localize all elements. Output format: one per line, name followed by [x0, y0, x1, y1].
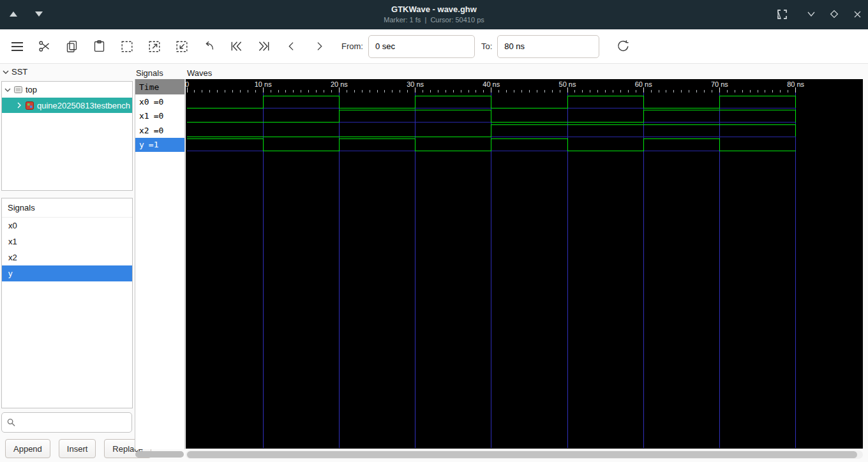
reload-icon	[616, 39, 631, 54]
cut-button[interactable]	[31, 33, 58, 60]
insert-button[interactable]: Insert	[59, 439, 96, 458]
svg-text:20 ns: 20 ns	[331, 80, 348, 88]
pan-down-button[interactable]	[33, 8, 45, 20]
tree-item-testbench[interactable]: quine20250813testbench	[2, 98, 132, 113]
chevron-left-icon	[285, 40, 298, 53]
paste-icon	[93, 40, 106, 53]
expander-down-icon[interactable]	[4, 87, 11, 93]
signals-list-item-x0[interactable]: x0	[2, 218, 132, 234]
zoom-in-button[interactable]	[140, 33, 168, 60]
skip-to-end-button[interactable]	[250, 33, 278, 60]
wave-names-rows: x0=0x1=0x2=0y=1	[135, 94, 184, 152]
zoom-out-icon	[175, 40, 189, 54]
headerbar: GTKWave - wave.ghw Marker: 1 fs | Cursor…	[0, 0, 868, 29]
close-icon	[853, 10, 862, 19]
wave-names-column: Time x0=0x1=0x2=0y=1	[135, 79, 185, 449]
chevron-right-icon	[313, 40, 326, 53]
arrow-up-icon	[10, 11, 17, 17]
svg-text:0: 0	[186, 80, 189, 88]
svg-text:10 ns: 10 ns	[255, 80, 272, 88]
svg-text:80 ns: 80 ns	[787, 80, 804, 88]
signal-search-input[interactable]	[19, 414, 131, 431]
append-button[interactable]: Append	[5, 439, 50, 458]
wave-scrollbar-thumb[interactable]	[187, 451, 857, 458]
module-icon	[25, 101, 34, 110]
scissors-icon	[38, 40, 51, 53]
search-icon	[7, 418, 15, 427]
signals-list: x0x1x2y	[2, 218, 132, 281]
signal-search-box	[1, 412, 132, 433]
names-horizontal-scrollbar[interactable]	[135, 451, 184, 458]
marker-cursor-status: Marker: 1 fs | Cursor: 50410 ps	[191, 16, 677, 24]
zoom-full-button[interactable]	[113, 33, 140, 60]
svg-text:30 ns: 30 ns	[407, 80, 424, 88]
menu-button[interactable]	[3, 33, 31, 60]
svg-text:60 ns: 60 ns	[635, 80, 652, 88]
svg-text:50 ns: 50 ns	[559, 80, 576, 88]
from-input[interactable]	[368, 35, 475, 58]
paste-button[interactable]	[86, 33, 113, 60]
zoom-full-icon	[120, 40, 134, 54]
expander-right-icon[interactable]	[16, 102, 22, 108]
fit-to-window-button[interactable]	[776, 8, 788, 20]
signals-list-item-y[interactable]: y	[2, 265, 132, 281]
fit-to-window-icon	[777, 9, 788, 20]
window-title: GTKWave - wave.ghw	[191, 4, 677, 14]
chevron-down-icon	[807, 11, 816, 17]
skip-to-start-icon	[229, 40, 244, 53]
wave-horizontal-scrollbar[interactable]	[186, 451, 863, 459]
signals-pane-label: Signals	[136, 68, 163, 78]
arrow-down-icon	[35, 11, 43, 17]
wave-panel[interactable]: 010 ns20 ns30 ns40 ns50 ns60 ns70 ns80 n…	[186, 79, 863, 449]
to-input[interactable]	[497, 35, 599, 58]
to-label: To:	[481, 41, 492, 51]
from-label: From:	[341, 41, 363, 51]
tree-item-label: quine20250813testbench	[37, 101, 130, 110]
sst-pane-header[interactable]: SST	[3, 67, 27, 77]
gtkwave-window: GTKWave - wave.ghw Marker: 1 fs | Cursor…	[0, 0, 868, 462]
wave-signal-row-x2[interactable]: x2=0	[135, 123, 184, 138]
undo-icon	[202, 40, 216, 54]
maximize-diamond-icon	[829, 9, 839, 19]
copy-button[interactable]	[58, 33, 86, 60]
tree-item-label: top	[26, 85, 37, 94]
sst-tree: top quine20250813testbench	[1, 81, 133, 191]
step-right-button[interactable]	[305, 33, 333, 60]
signals-list-item-x1[interactable]: x1	[2, 234, 132, 250]
signals-list-item-x2[interactable]: x2	[2, 250, 132, 265]
wave-canvas[interactable]: 010 ns20 ns30 ns40 ns50 ns60 ns70 ns80 n…	[186, 79, 863, 449]
undo-button[interactable]	[195, 33, 223, 60]
tree-item-top[interactable]: top	[2, 82, 132, 98]
zoom-in-icon	[147, 40, 161, 54]
skip-to-start-button[interactable]	[223, 33, 250, 60]
signals-list-header: Signals	[2, 198, 132, 218]
maximize-button[interactable]	[828, 8, 840, 20]
scope-icon	[13, 85, 23, 94]
toolbar: From: To:	[0, 29, 868, 64]
close-button[interactable]	[851, 8, 863, 20]
action-buttons: Append Insert Replace	[5, 439, 151, 458]
step-left-button[interactable]	[278, 33, 305, 60]
waves-pane-label: Waves	[187, 68, 212, 78]
pan-up-button[interactable]	[8, 8, 19, 20]
time-column-header: Time	[135, 79, 184, 94]
skip-to-end-icon	[257, 40, 271, 53]
wave-signal-row-x0[interactable]: x0=0	[135, 94, 184, 109]
sst-label: SST	[11, 67, 27, 77]
zoom-out-button[interactable]	[168, 33, 195, 60]
chevron-down-icon	[3, 69, 9, 75]
svg-text:70 ns: 70 ns	[711, 80, 728, 88]
wave-signal-row-x1[interactable]: x1=0	[135, 109, 184, 124]
wave-signal-row-y[interactable]: y=1	[135, 138, 184, 153]
menu-chevron-button[interactable]	[805, 8, 817, 20]
copy-icon	[65, 40, 79, 53]
hamburger-menu-icon	[10, 39, 25, 54]
signals-list-panel: Signals x0x1x2y	[1, 198, 133, 408]
reload-button[interactable]	[610, 33, 637, 60]
svg-text:40 ns: 40 ns	[483, 80, 500, 88]
